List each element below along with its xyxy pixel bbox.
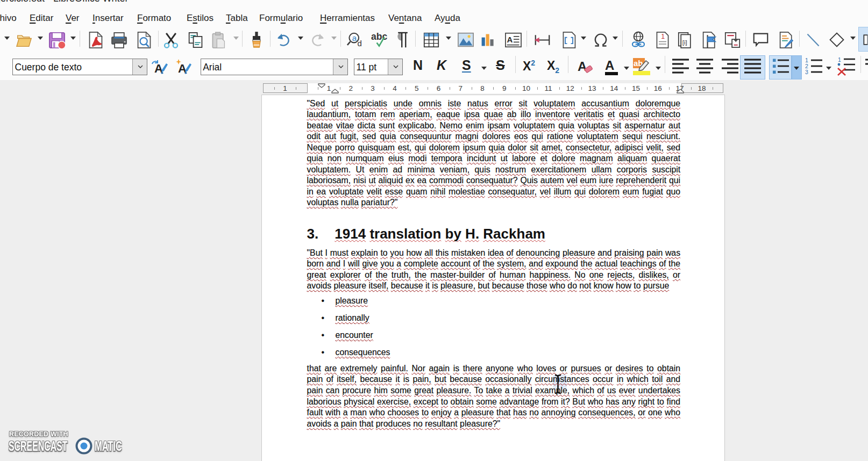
svg-text:a: a — [352, 33, 357, 42]
svg-text:d: d — [357, 39, 361, 48]
svg-text:[i]: [i] — [682, 39, 687, 46]
svg-text:abc: abc — [371, 31, 388, 42]
svg-text:A: A — [605, 58, 614, 73]
svg-text:1: 1 — [661, 33, 665, 40]
svg-text:A: A — [507, 35, 513, 44]
svg-text:3: 3 — [805, 69, 808, 75]
svg-text:1: 1 — [838, 57, 841, 63]
